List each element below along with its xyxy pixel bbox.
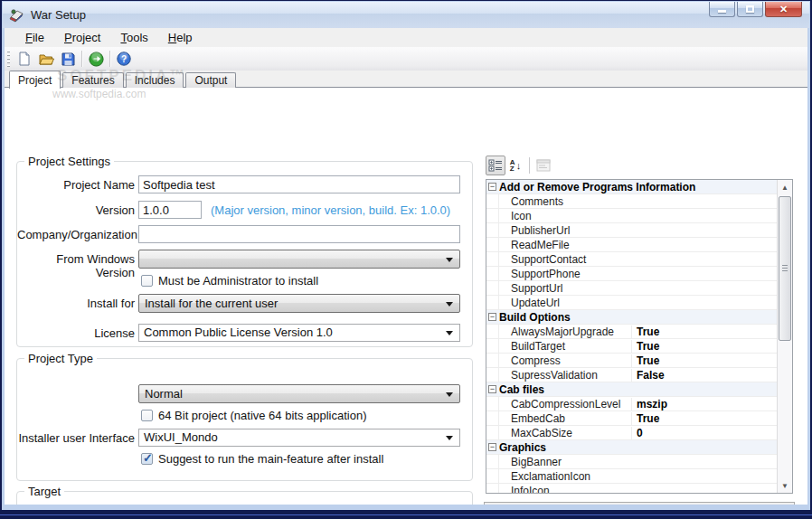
scroll-up-icon[interactable]: ▲ (778, 180, 792, 194)
property-row[interactable]: AlwaysMajorUpgradeTrue (486, 325, 777, 339)
project-name-input[interactable] (138, 175, 460, 193)
property-row[interactable]: PublisherUrl (486, 223, 777, 238)
menu-item-tools[interactable]: Tools (110, 29, 157, 46)
collapse-icon[interactable]: − (488, 385, 496, 393)
title-bar[interactable]: War Setup ✕ (3, 2, 809, 28)
categorized-view-button[interactable] (486, 156, 505, 175)
chevron-down-icon (446, 392, 453, 397)
project-type-group: Project Type Normal 64 Bit project (nati… (16, 358, 473, 481)
tab-project[interactable]: Project (9, 71, 61, 89)
property-value[interactable]: True (631, 326, 777, 338)
window-title: War Setup (31, 8, 86, 22)
row-gutter (486, 455, 499, 468)
property-row[interactable]: CompressTrue (486, 354, 777, 368)
property-row[interactable]: BuildTargetTrue (486, 339, 777, 354)
property-category-row[interactable]: −Build Options (486, 310, 777, 325)
install-for-label: Install for (17, 297, 135, 310)
must-be-admin-checkbox[interactable]: Must be Administrator to install (141, 274, 318, 288)
property-row[interactable]: Icon (486, 209, 777, 223)
category-gutter: − (486, 440, 499, 454)
category-gutter: − (486, 180, 499, 193)
property-category-row[interactable]: −Cab files (486, 382, 777, 397)
property-value[interactable]: True (631, 354, 777, 367)
category-label: Add or Remove Programs Information (499, 181, 695, 193)
property-row[interactable]: BigBanner (486, 455, 777, 469)
toolbar-separator (529, 157, 530, 174)
close-button[interactable]: ✕ (765, 2, 802, 17)
property-row[interactable]: SupressValidationFalse (486, 368, 777, 382)
property-name: PublisherUrl (499, 224, 631, 237)
property-row[interactable]: SupportUrl (486, 281, 777, 296)
property-row[interactable]: SupportContact (486, 252, 777, 267)
app-icon (9, 8, 24, 23)
client-area: FileProjectToolsHelp (5, 28, 807, 505)
collapse-icon[interactable]: − (488, 443, 496, 451)
suggest-run-checkbox[interactable]: Suggest to run the main-feature after in… (141, 452, 383, 466)
menu-item-file[interactable]: File (15, 29, 54, 46)
new-file-button[interactable] (14, 49, 35, 69)
property-category-row[interactable]: −Add or Remove Programs Information (486, 180, 777, 194)
property-category-row[interactable]: −Graphics (486, 440, 777, 455)
menu-item-help[interactable]: Help (158, 29, 203, 46)
property-row[interactable]: CabCompressionLevelmszip (486, 397, 777, 411)
property-row[interactable]: EmbedCabTrue (486, 411, 777, 426)
help-button[interactable]: ? (113, 49, 135, 69)
save-file-button[interactable] (57, 49, 79, 69)
installer-ui-combo[interactable]: WixUI_Mondo (138, 429, 460, 447)
new-file-icon (17, 52, 32, 66)
alphabetical-sort-button[interactable]: AZ↓ (505, 156, 525, 175)
checkbox-icon[interactable] (141, 410, 153, 421)
project-name-label: Project Name (17, 178, 135, 192)
checkbox-icon[interactable] (141, 275, 153, 287)
version-input[interactable] (138, 201, 202, 219)
row-gutter (486, 339, 499, 353)
help-icon: ? (117, 52, 131, 66)
row-gutter (486, 469, 499, 483)
property-value[interactable]: mszip (631, 398, 777, 410)
property-value[interactable]: True (631, 412, 777, 425)
property-grid-rows: −Add or Remove Programs InformationComme… (486, 180, 777, 494)
license-combo[interactable]: Common Public License Version 1.0 (138, 324, 460, 342)
menu-bar: FileProjectToolsHelp (5, 28, 807, 47)
property-row[interactable]: InfoIcon (486, 484, 777, 494)
tab-includes[interactable]: Includes (126, 72, 184, 88)
collapse-icon[interactable]: − (488, 183, 496, 191)
group-title: Project Settings (24, 155, 114, 168)
chevron-down-icon (446, 302, 453, 307)
property-row[interactable]: ExclamationIcon (486, 469, 777, 484)
property-value[interactable]: True (631, 340, 777, 353)
property-row[interactable]: SupportPhone (486, 267, 777, 281)
collapse-icon[interactable]: − (488, 313, 496, 321)
minimize-button[interactable] (709, 2, 735, 17)
property-grid-scrollbar[interactable]: ▲ ▼ (777, 180, 792, 493)
property-row[interactable]: UpdateUrl (486, 296, 777, 310)
property-row[interactable]: Comments (486, 194, 777, 209)
group-title: Target (24, 485, 64, 498)
tab-features[interactable]: Features (62, 72, 123, 88)
property-value[interactable]: False (631, 369, 777, 382)
row-gutter (486, 194, 499, 208)
property-row[interactable]: ReadMeFile (486, 238, 777, 252)
property-value[interactable]: 0 (631, 427, 777, 439)
menu-item-project[interactable]: Project (54, 29, 110, 46)
property-name: Comments (499, 195, 631, 208)
build-run-button[interactable] (85, 49, 107, 69)
toolbar-grip[interactable] (7, 51, 10, 67)
property-name: Compress (499, 354, 631, 367)
project-type-dropdown[interactable]: Normal (138, 384, 460, 403)
scrollbar-thumb[interactable] (779, 196, 791, 341)
install-for-dropdown[interactable]: Install for the current user (138, 294, 460, 313)
maximize-button[interactable] (737, 2, 763, 17)
bit64-checkbox[interactable]: 64 Bit project (native 64 bits applicati… (141, 409, 367, 422)
company-input[interactable] (138, 225, 460, 243)
property-row[interactable]: MaxCabSize0 (486, 426, 777, 440)
from-windows-version-dropdown[interactable] (138, 250, 460, 269)
open-file-button[interactable] (35, 49, 57, 69)
tab-output[interactable]: Output (185, 72, 236, 88)
row-gutter (486, 252, 499, 266)
application-window: War Setup ✕ FileProjectToolsHelp (0, 0, 812, 519)
scroll-down-icon[interactable]: ▼ (778, 478, 792, 493)
toolbar-separator (109, 51, 110, 67)
property-name: MaxCabSize (499, 427, 631, 439)
checkbox-icon[interactable] (141, 453, 153, 465)
